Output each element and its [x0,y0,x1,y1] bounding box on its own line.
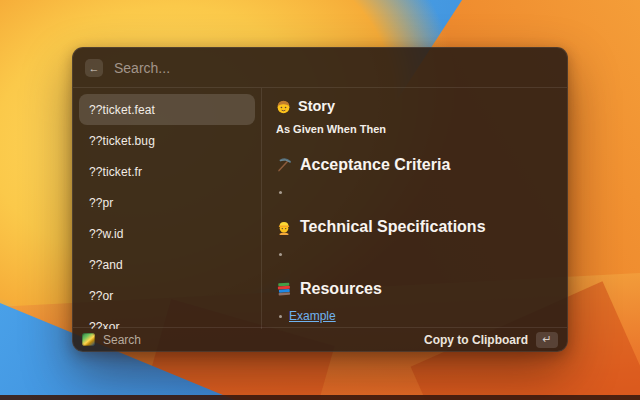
wallpaper-dark-strip [0,395,640,400]
list-item-label: ??or [89,289,113,303]
back-arrow-icon: ← [89,62,100,74]
list-item[interactable]: ??or [79,280,255,311]
preview-title: Story [276,97,553,115]
bullet-dot [279,253,282,256]
footer-mode-label: Search [103,333,141,347]
bullet-item: Example [276,310,553,322]
list-item-label: ??ticket.bug [89,134,155,148]
snippet-preview: Story As Given When Then Acceptance Crit… [262,88,567,329]
list-item[interactable]: ??ticket.feat [79,94,255,125]
launcher-window: ← ??ticket.feat ??ticket.bug ??ticket.fr… [72,47,568,352]
bullet-item [276,248,553,260]
list-item-label: ??ticket.fr [89,165,142,179]
list-item[interactable]: ??pr [79,187,255,218]
preview-title-label: Story [298,97,335,115]
action-bar: Search Copy to Clipboard ↵ [73,327,567,351]
list-item[interactable]: ??w.id [79,218,255,249]
copy-to-clipboard-button[interactable]: Copy to Clipboard ↵ [424,332,558,348]
pickaxe-emoji [276,157,292,173]
copy-to-clipboard-label: Copy to Clipboard [424,333,528,347]
return-key-icon: ↵ [536,332,558,348]
search-extension-icon [82,333,95,346]
section-heading-label: Resources [300,279,382,299]
list-item-label: ??pr [89,196,113,210]
section-technical-specifications: Technical Specifications [276,217,553,260]
section-heading-label: Technical Specifications [300,217,486,237]
preview-subtitle: As Given When Then [276,123,553,136]
list-item-label: ??ticket.feat [89,103,155,117]
example-link[interactable]: Example [289,310,336,322]
section-heading-label: Acceptance Criteria [300,155,450,175]
back-button[interactable]: ← [85,59,103,77]
bullet-item [276,186,553,198]
list-item[interactable]: ??ticket.bug [79,125,255,156]
section-heading: Acceptance Criteria [276,155,553,175]
search-header: ← [73,48,567,88]
bullet-dot [279,315,282,318]
section-heading: Resources [276,279,553,299]
search-input[interactable] [114,60,555,76]
list-item-label: ??w.id [89,227,124,241]
section-resources: Resources Example [276,279,553,322]
list-item-label: ??and [89,258,123,272]
books-emoji [276,281,292,297]
window-body: ??ticket.feat ??ticket.bug ??ticket.fr ?… [73,88,567,329]
list-item[interactable]: ??ticket.fr [79,156,255,187]
boy-face-emoji [276,99,291,114]
list-item[interactable]: ??and [79,249,255,280]
section-heading: Technical Specifications [276,217,553,237]
snippet-list: ??ticket.feat ??ticket.bug ??ticket.fr ?… [73,88,262,329]
bullet-dot [279,191,282,194]
construction-worker-emoji [276,219,292,235]
section-acceptance-criteria: Acceptance Criteria [276,155,553,198]
footer-mode: Search [82,333,141,347]
